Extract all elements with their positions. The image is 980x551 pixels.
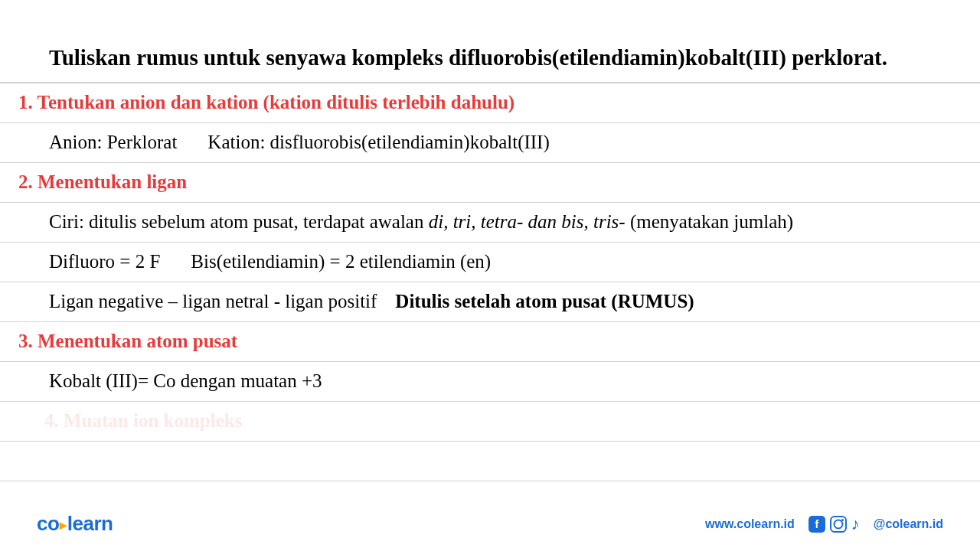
step2-ligan-order-row: Ligan negative – ligan netral - ligan po… bbox=[0, 282, 980, 322]
content-area: Tuliskan rumus untuk senyawa kompleks di… bbox=[0, 0, 980, 481]
step4-faded-row: 4. Muatan ion kompleks bbox=[0, 402, 980, 442]
step3-body: Kobalt (III)= Co dengan muatan +3 bbox=[18, 370, 322, 392]
anion-text: Anion: Perklorat bbox=[49, 132, 177, 153]
ciri-prefix: Ciri: ditulis sebelum atom pusat, terdap… bbox=[49, 211, 429, 232]
step2-ciri: Ciri: ditulis sebelum atom pusat, terdap… bbox=[18, 211, 793, 233]
step1-body: Anion: Perklorat Kation: disfluorobis(et… bbox=[18, 132, 550, 153]
step4-faded: 4. Muatan ion kompleks bbox=[44, 410, 242, 432]
ligan-note-text: Ditulis setelah atom pusat (RUMUS) bbox=[395, 291, 694, 312]
step2-ciri-row: Ciri: ditulis sebelum atom pusat, terdap… bbox=[0, 203, 980, 243]
logo-co: co bbox=[37, 512, 59, 535]
social-icons: f ♪ bbox=[808, 514, 860, 534]
kation-text: Kation: disfluorobis(etilendiamin)kobalt… bbox=[207, 132, 549, 153]
social-handle[interactable]: @colearn.id bbox=[874, 517, 943, 531]
brand-logo: co▸learn bbox=[37, 512, 113, 536]
ligan-order-text: Ligan negative – ligan netral - ligan po… bbox=[49, 291, 377, 312]
title-row: Tuliskan rumus untuk senyawa kompleks di… bbox=[0, 0, 980, 83]
step2-ligan-order: Ligan negative – ligan netral - ligan po… bbox=[18, 291, 694, 312]
empty-row bbox=[0, 442, 980, 481]
step1-body-row: Anion: Perklorat Kation: disfluorobis(et… bbox=[0, 123, 980, 163]
step1-heading: 1. Tentukan anion dan kation (kation dit… bbox=[18, 92, 514, 113]
step2-ligan-values-row: Difluoro = 2 F Bis(etilendiamin) = 2 eti… bbox=[0, 243, 980, 282]
step3-heading: 3. Menentukan atom pusat bbox=[18, 331, 237, 352]
footer-right: www.colearn.id f ♪ @colearn.id bbox=[705, 514, 943, 534]
step2-ligan-values: Difluoro = 2 F Bis(etilendiamin) = 2 eti… bbox=[18, 251, 491, 272]
tiktok-icon[interactable]: ♪ bbox=[851, 514, 860, 534]
bis-text: Bis(etilendiamin) = 2 etilendiamin (en) bbox=[191, 251, 491, 272]
step1-heading-row: 1. Tentukan anion dan kation (kation dit… bbox=[0, 83, 980, 123]
website-link[interactable]: www.colearn.id bbox=[705, 517, 795, 531]
page-title: Tuliskan rumus untuk senyawa kompleks di… bbox=[0, 0, 980, 82]
ciri-italic: di, tri, tetra- dan bis, tris- bbox=[429, 211, 626, 232]
step3-body-row: Kobalt (III)= Co dengan muatan +3 bbox=[0, 362, 980, 402]
ciri-suffix: (menyatakan jumlah) bbox=[626, 211, 793, 232]
footer: co▸learn www.colearn.id f ♪ @colearn.id bbox=[0, 512, 980, 536]
step2-heading-row: 2. Menentukan ligan bbox=[0, 163, 980, 203]
logo-learn: learn bbox=[67, 512, 113, 535]
logo-dot-icon: ▸ bbox=[59, 517, 67, 533]
instagram-icon[interactable] bbox=[830, 516, 847, 533]
step3-heading-row: 3. Menentukan atom pusat bbox=[0, 322, 980, 362]
step2-heading: 2. Menentukan ligan bbox=[18, 171, 187, 193]
difluoro-text: Difluoro = 2 F bbox=[49, 251, 160, 272]
facebook-icon[interactable]: f bbox=[808, 516, 825, 533]
